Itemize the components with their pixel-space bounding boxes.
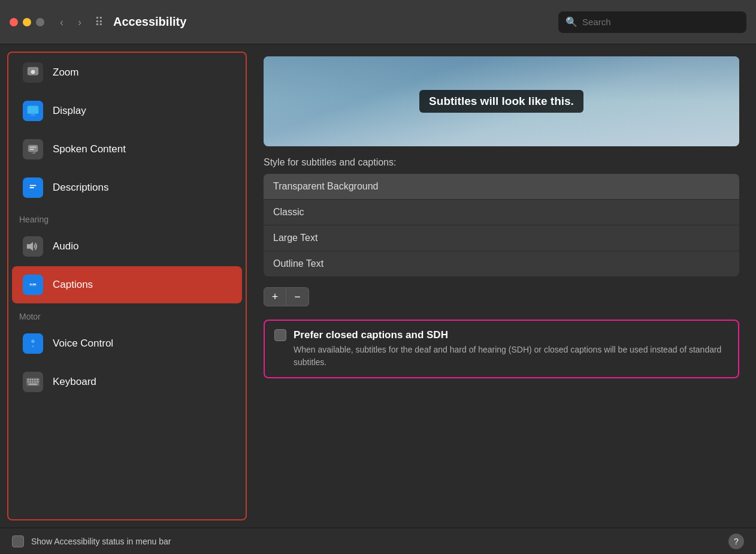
subtitle-preview: Subtitles will look like this. bbox=[264, 56, 739, 146]
svg-rect-28 bbox=[34, 379, 36, 381]
zoom-button[interactable] bbox=[36, 18, 44, 26]
sidebar-item-captions[interactable]: Captions bbox=[12, 266, 242, 303]
traffic-lights bbox=[10, 18, 44, 26]
svg-rect-35 bbox=[28, 384, 37, 386]
prefer-closed-captions-label: Prefer closed captions and SDH bbox=[294, 329, 448, 341]
svg-rect-18 bbox=[30, 285, 37, 286]
svg-rect-8 bbox=[30, 149, 34, 150]
sidebar-item-voice-control-label: Voice Control bbox=[53, 338, 113, 350]
svg-rect-12 bbox=[30, 187, 34, 188]
svg-rect-10 bbox=[28, 183, 38, 191]
sidebar-item-display[interactable]: Display bbox=[12, 92, 242, 130]
grid-icon: ⠿ bbox=[95, 15, 104, 29]
prefer-closed-captions-desc: When available, subtitles for the deaf a… bbox=[294, 344, 728, 369]
sidebar-item-zoom-label: Zoom bbox=[53, 67, 78, 79]
show-accessibility-checkbox[interactable] bbox=[12, 535, 24, 547]
svg-rect-26 bbox=[29, 379, 31, 381]
sidebar-item-voice-control[interactable]: Voice Control bbox=[12, 325, 242, 362]
svg-rect-7 bbox=[30, 146, 37, 147]
svg-rect-31 bbox=[29, 381, 31, 383]
style-item-large-text[interactable]: Large Text bbox=[264, 225, 739, 251]
style-item-outline-text[interactable]: Outline Text bbox=[264, 251, 739, 276]
spoken-content-icon-wrap bbox=[23, 139, 43, 159]
search-input[interactable] bbox=[582, 17, 739, 27]
svg-marker-9 bbox=[31, 152, 35, 154]
sidebar-item-audio-label: Audio bbox=[53, 240, 78, 252]
svg-rect-4 bbox=[31, 114, 35, 116]
motor-section-header: Motor bbox=[8, 305, 246, 324]
svg-text:⊕: ⊕ bbox=[31, 69, 35, 75]
add-style-button[interactable]: + bbox=[264, 287, 286, 306]
prefer-closed-captions-checkbox[interactable] bbox=[274, 329, 286, 341]
keyboard-icon-wrap bbox=[23, 372, 43, 392]
svg-rect-16 bbox=[30, 284, 32, 285]
svg-marker-14 bbox=[27, 242, 33, 251]
minimize-button[interactable] bbox=[23, 18, 31, 26]
sidebar-item-zoom[interactable]: ⊕ Zoom bbox=[12, 54, 242, 91]
voice-control-icon-wrap bbox=[23, 333, 43, 354]
sidebar-item-descriptions-label: Descriptions bbox=[53, 182, 109, 194]
sidebar-item-spoken-content-label: Spoken Content bbox=[53, 143, 126, 155]
back-button[interactable]: ‹ bbox=[56, 14, 67, 30]
add-remove-row: + − bbox=[264, 287, 739, 306]
prefer-closed-captions-section: Prefer closed captions and SDH When avai… bbox=[264, 320, 739, 378]
display-icon-wrap bbox=[23, 101, 43, 121]
hearing-section-header: Hearing bbox=[8, 207, 246, 227]
window-title: Accessibility bbox=[113, 15, 551, 29]
style-label: Style for subtitles and captions: bbox=[264, 157, 739, 168]
sidebar-item-descriptions[interactable]: Descriptions bbox=[12, 169, 242, 206]
search-icon: 🔍 bbox=[566, 16, 577, 28]
search-box[interactable]: 🔍 bbox=[558, 11, 746, 33]
svg-marker-19 bbox=[30, 288, 35, 290]
descriptions-icon-wrap bbox=[23, 177, 43, 198]
svg-rect-32 bbox=[32, 381, 34, 383]
close-button[interactable] bbox=[10, 18, 18, 26]
zoom-icon-wrap: ⊕ bbox=[23, 62, 43, 83]
svg-rect-3 bbox=[28, 106, 38, 114]
svg-rect-34 bbox=[37, 381, 38, 383]
main-area: ⊕ Zoom Display bbox=[0, 44, 756, 528]
svg-marker-13 bbox=[30, 191, 35, 193]
svg-rect-33 bbox=[34, 381, 36, 383]
svg-rect-11 bbox=[30, 185, 37, 186]
forward-button[interactable]: › bbox=[74, 14, 85, 30]
svg-point-21 bbox=[31, 340, 35, 344]
svg-rect-27 bbox=[32, 379, 34, 381]
svg-rect-25 bbox=[28, 379, 29, 381]
prefer-row: Prefer closed captions and SDH bbox=[274, 329, 728, 341]
sidebar-item-captions-label: Captions bbox=[53, 279, 93, 291]
sidebar-item-keyboard-label: Keyboard bbox=[53, 376, 96, 388]
sidebar-item-audio[interactable]: Audio bbox=[12, 228, 242, 265]
svg-rect-29 bbox=[37, 379, 38, 381]
style-item-classic[interactable]: Classic bbox=[264, 200, 739, 225]
svg-rect-17 bbox=[32, 284, 36, 285]
help-button[interactable]: ? bbox=[728, 534, 744, 549]
content-area: Subtitles will look like this. Style for… bbox=[247, 44, 756, 528]
bottom-bar: Show Accessibility status in menu bar ? bbox=[0, 528, 756, 554]
svg-rect-5 bbox=[30, 115, 37, 116]
bottom-left: Show Accessibility status in menu bar bbox=[12, 535, 171, 547]
svg-rect-30 bbox=[28, 381, 29, 383]
captions-icon-wrap bbox=[23, 275, 43, 295]
sidebar-item-display-label: Display bbox=[53, 105, 86, 117]
show-accessibility-label: Show Accessibility status in menu bar bbox=[31, 537, 171, 546]
style-item-transparent[interactable]: Transparent Background bbox=[264, 174, 739, 200]
remove-style-button[interactable]: − bbox=[286, 287, 309, 306]
subtitle-preview-text: Subtitles will look like this. bbox=[419, 90, 583, 113]
audio-icon-wrap bbox=[23, 236, 43, 257]
titlebar: ‹ › ⠿ Accessibility 🔍 bbox=[0, 0, 756, 44]
svg-point-23 bbox=[32, 345, 34, 347]
sidebar-item-keyboard[interactable]: Keyboard bbox=[12, 363, 242, 401]
svg-rect-6 bbox=[28, 145, 38, 152]
sidebar-item-spoken-content[interactable]: Spoken Content bbox=[12, 131, 242, 168]
styles-list: Transparent Background Classic Large Tex… bbox=[264, 174, 739, 276]
sidebar: ⊕ Zoom Display bbox=[7, 52, 247, 520]
